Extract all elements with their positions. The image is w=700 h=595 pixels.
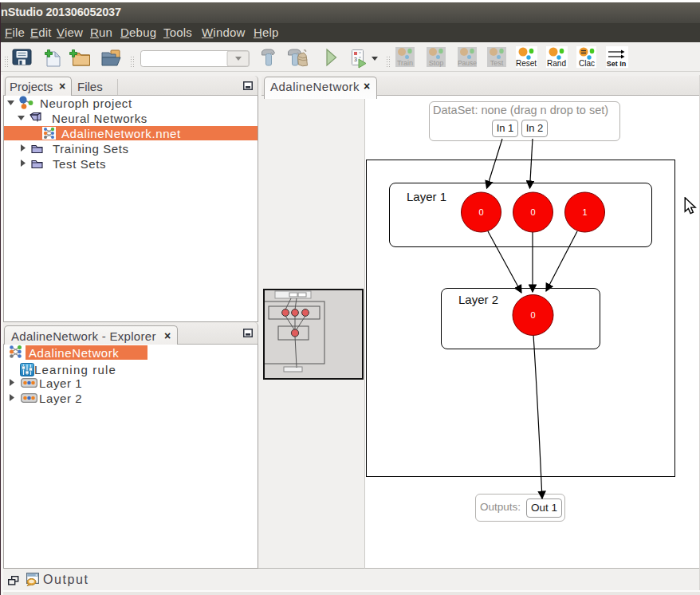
svg-text:Train: Train [397, 59, 413, 67]
svg-text:1: 1 [582, 207, 587, 217]
svg-text:0: 0 [478, 207, 483, 217]
svg-text:3: 3 [354, 57, 357, 62]
svg-text:Test: Test [490, 59, 504, 67]
svg-text:Reset: Reset [516, 59, 537, 68]
svg-text:Pause: Pause [458, 59, 477, 67]
svg-text:Clac: Clac [579, 59, 595, 68]
svg-text:0: 0 [530, 207, 535, 217]
svg-text:Set In: Set In [607, 60, 627, 68]
svg-text:0: 0 [530, 310, 535, 320]
svg-text:Rand: Rand [547, 59, 566, 68]
svg-text:Stop: Stop [429, 59, 444, 67]
